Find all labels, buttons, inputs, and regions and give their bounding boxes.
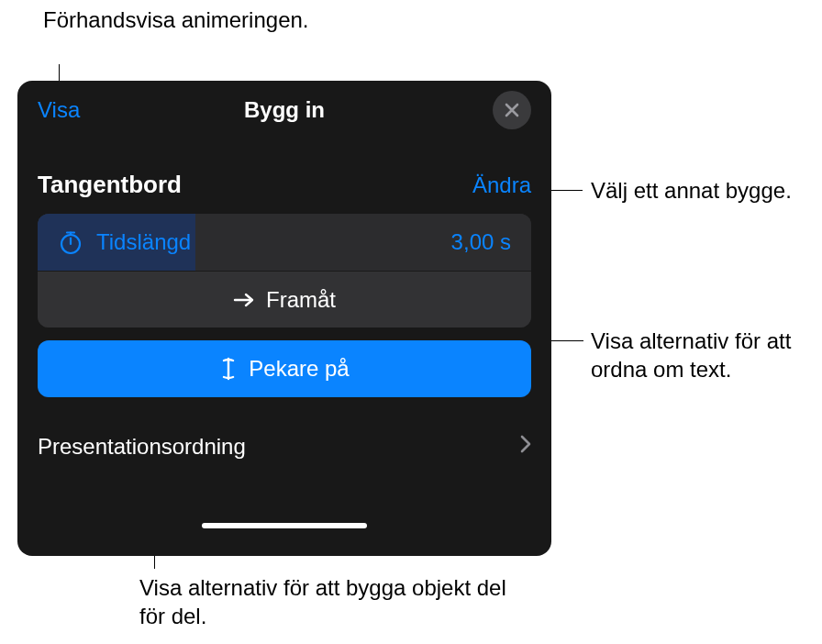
arrow-right-icon (233, 292, 255, 308)
home-indicator (202, 523, 367, 528)
panel-header: Visa Bygg in (38, 81, 531, 139)
duration-label-group: Tidslängd (58, 229, 191, 255)
preview-button[interactable]: Visa (38, 97, 80, 123)
callout-change: Välj ett annat bygge. (591, 176, 811, 205)
chevron-right-icon (520, 435, 531, 459)
callout-preview: Förhandsvisa animeringen. (43, 6, 309, 34)
close-icon (505, 103, 519, 117)
callout-direction: Visa alternativ för att ordna om text. (591, 327, 820, 383)
callout-direction-text: Visa alternativ för att ordna om text. (591, 328, 791, 382)
duration-value: 3,00 s (451, 229, 511, 255)
presentation-order-row[interactable]: Presentationsordning (38, 434, 531, 460)
pointer-label: Pekare på (249, 356, 349, 382)
effect-name-label: Tangentbord (38, 171, 182, 199)
cursor-icon (219, 357, 238, 381)
build-in-panel: Visa Bygg in Tangentbord Ändra Tidslängd (17, 81, 551, 556)
build-options: Tidslängd 3,00 s Framåt (38, 214, 531, 328)
section-header: Tangentbord Ändra (38, 171, 531, 199)
stopwatch-icon (58, 229, 83, 255)
callout-order: Visa alternativ för att bygga objekt del… (139, 573, 506, 630)
presentation-order-label: Presentationsordning (38, 434, 246, 460)
direction-button[interactable]: Framåt (38, 271, 531, 328)
change-button[interactable]: Ändra (472, 172, 531, 198)
duration-control[interactable]: Tidslängd 3,00 s (38, 214, 531, 271)
callout-preview-text: Förhandsvisa animeringen. (43, 7, 309, 32)
duration-label: Tidslängd (96, 229, 191, 255)
callout-change-text: Välj ett annat bygge. (591, 178, 792, 203)
direction-label: Framåt (266, 287, 336, 313)
close-button[interactable] (493, 91, 531, 129)
panel-title: Bygg in (244, 97, 325, 123)
pointer-button[interactable]: Pekare på (38, 340, 531, 397)
callout-order-text: Visa alternativ för att bygga objekt del… (139, 575, 506, 628)
